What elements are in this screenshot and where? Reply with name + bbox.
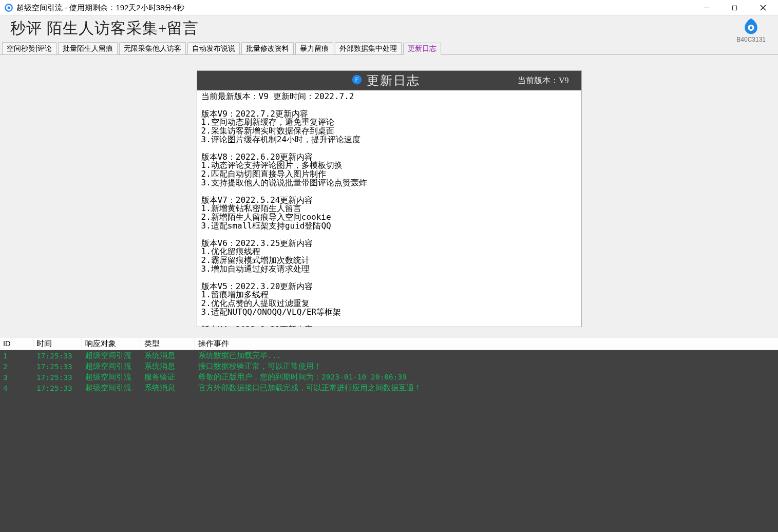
tabstrip: 空间秒赞|评论 批量陌生人留痕 无限采集他人访客 自动发布说说 批量修改资料 暴…	[0, 41, 778, 54]
log-cell-id: 1	[0, 350, 33, 361]
svg-rect-3	[732, 6, 736, 10]
log-cell-event: 尊敬的正版用户，您的到期时间为：2023-01-10 20:06:39	[195, 372, 778, 383]
tab-auto-post[interactable]: 自动发布说说	[187, 42, 240, 54]
log-cell-type: 系统消息	[141, 361, 195, 372]
log-col-time[interactable]: 时间	[33, 337, 82, 350]
log-cell-time: 17:25:33	[33, 372, 82, 383]
log-cell-time: 17:25:33	[33, 361, 82, 372]
changelog-title: 更新日志	[367, 72, 420, 89]
maximize-button[interactable]	[720, 0, 749, 15]
changelog-panel: F 更新日志 当前版本：V9 当前最新版本：V9 更新时间：2022.7.2 版…	[197, 70, 582, 327]
license-code: B40C3131	[736, 36, 766, 43]
titlebar: 超级空间引流 - 使用期剩余：192天2小时38分4秒	[0, 0, 778, 15]
log-cell-id: 4	[0, 383, 33, 393]
changelog-header: F 更新日志 当前版本：V9	[197, 71, 581, 90]
close-button[interactable]	[749, 0, 777, 15]
log-cell-event: 系统数据已加载完毕...	[195, 350, 778, 361]
log-col-event[interactable]: 操作事件	[195, 337, 778, 350]
window-controls	[692, 0, 777, 15]
update-icon: F	[351, 74, 367, 87]
log-body[interactable]: 1 17:25:33 超级空间引流 系统消息 系统数据已加载完毕... 2 17…	[0, 350, 778, 532]
app-icon	[4, 3, 13, 12]
window-title: 超级空间引流 - 使用期剩余：192天2小时38分4秒	[16, 3, 184, 13]
changelog-current-version: 当前版本：V9	[518, 75, 569, 86]
log-cell-time: 17:25:33	[33, 350, 82, 361]
tab-space-like-comment[interactable]: 空间秒赞|评论	[2, 42, 56, 54]
log-cell-obj: 超级空间引流	[82, 350, 141, 361]
log-row[interactable]: 2 17:25:33 超级空间引流 系统消息 接口数据校验正常，可以正常使用！	[0, 361, 778, 372]
log-cell-event: 官方外部数据接口已加载完成，可以正常进行应用之间数据互通！	[195, 383, 778, 393]
brand-icon	[736, 17, 766, 37]
tab-violent-trace[interactable]: 暴力留痕	[295, 42, 333, 54]
svg-text:F: F	[355, 77, 358, 83]
log-cell-event: 接口数据校验正常，可以正常使用！	[195, 361, 778, 372]
log-col-id[interactable]: ID	[0, 337, 33, 350]
changelog-header-center: F 更新日志	[351, 72, 420, 89]
log-cell-obj: 超级空间引流	[82, 383, 141, 393]
content-area: F 更新日志 当前版本：V9 当前最新版本：V9 更新时间：2022.7.2 版…	[0, 54, 778, 337]
log-cell-obj: 超级空间引流	[82, 361, 141, 372]
minimize-button[interactable]	[692, 0, 720, 15]
changelog-body[interactable]: 当前最新版本：V9 更新时间：2022.7.2 版本V9：2022.7.2更新内…	[197, 90, 581, 327]
log-cell-id: 2	[0, 361, 33, 372]
log-panel: ID 时间 响应对象 类型 操作事件 1 17:25:33 超级空间引流 系统消…	[0, 337, 778, 532]
log-row[interactable]: 3 17:25:33 超级空间引流 服务验证 尊敬的正版用户，您的到期时间为：2…	[0, 372, 778, 383]
svg-rect-7	[750, 26, 752, 29]
tab-batch-stranger-trace[interactable]: 批量陌生人留痕	[58, 42, 118, 54]
tab-external-data[interactable]: 外部数据集中处理	[335, 42, 402, 54]
log-cell-type: 系统消息	[141, 383, 195, 393]
page-title: 秒评 陌生人访客采集+留言	[10, 18, 199, 39]
log-cell-type: 服务验证	[141, 372, 195, 383]
svg-rect-1	[8, 7, 10, 9]
tab-changelog[interactable]: 更新日志	[403, 43, 441, 55]
log-row[interactable]: 1 17:25:33 超级空间引流 系统消息 系统数据已加载完毕...	[0, 350, 778, 361]
log-cell-id: 3	[0, 372, 33, 383]
log-header-row: ID 时间 响应对象 类型 操作事件	[0, 337, 778, 350]
subheader: 秒评 陌生人访客采集+留言 B40C3131	[0, 15, 778, 41]
log-cell-type: 系统消息	[141, 350, 195, 361]
header-right: B40C3131	[736, 17, 766, 43]
log-row[interactable]: 4 17:25:33 超级空间引流 系统消息 官方外部数据接口已加载完成，可以正…	[0, 383, 778, 393]
tab-batch-edit-profile[interactable]: 批量修改资料	[241, 42, 294, 54]
tab-collect-visitors[interactable]: 无限采集他人访客	[119, 42, 186, 54]
log-col-obj[interactable]: 响应对象	[82, 337, 141, 350]
log-col-type[interactable]: 类型	[141, 337, 195, 350]
log-cell-time: 17:25:33	[33, 383, 82, 393]
log-cell-obj: 超级空间引流	[82, 372, 141, 383]
